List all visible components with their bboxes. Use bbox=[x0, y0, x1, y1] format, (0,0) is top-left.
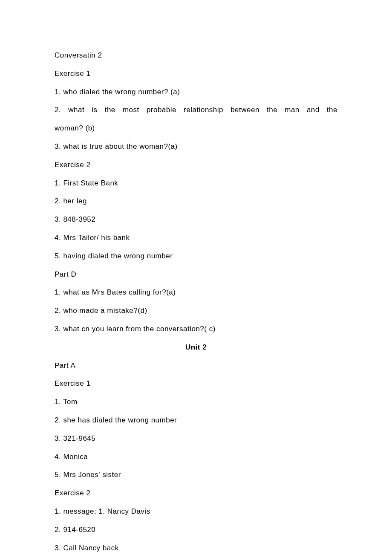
text-line: 3. 321-9645 bbox=[55, 434, 337, 444]
text-line: 1. message: 1. Nancy Davis bbox=[55, 506, 337, 517]
text-line: Part A bbox=[55, 361, 337, 371]
text-line: 3. 848-3952 bbox=[55, 214, 337, 225]
text-line: 4. Mrs Tailor/ his bank bbox=[55, 233, 337, 243]
text-line: 5. Mrs Jones' sister bbox=[55, 470, 337, 480]
text-line: 1. what as Mrs Bates calling for?(a) bbox=[55, 287, 337, 298]
text-line: 5. having dialed the wrong number bbox=[55, 251, 337, 261]
document-content: Conversatin 2Exercise 11. who dialed the… bbox=[55, 50, 337, 555]
text-line: Conversatin 2 bbox=[55, 50, 337, 61]
text-line: 1. who dialed the wrong number? (a) bbox=[55, 87, 337, 97]
text-line: 2. what is the most probable relationshi… bbox=[55, 105, 337, 115]
text-line: 2. her leg bbox=[55, 196, 337, 206]
text-line: 2. she has dialed the wrong number bbox=[55, 415, 337, 425]
text-line: woman? (b) bbox=[55, 123, 337, 133]
text-line: 2. who made a mistake?(d) bbox=[55, 306, 337, 316]
text-line: 3. what cn you learn from the conversati… bbox=[55, 324, 337, 334]
text-line: Exercise 1 bbox=[55, 379, 337, 389]
text-line: Unit 2 bbox=[55, 342, 337, 353]
text-line: 2. 914-6520 bbox=[55, 525, 337, 535]
text-line: Exercise 1 bbox=[55, 69, 337, 79]
text-line: 1. Tom bbox=[55, 397, 337, 407]
text-line: Exercise 2 bbox=[55, 488, 337, 498]
text-line: Part D bbox=[55, 269, 337, 280]
text-line: 4. Monica bbox=[55, 452, 337, 462]
text-line: 3. Call Nancy back bbox=[55, 543, 337, 553]
text-line: 1. First State Bank bbox=[55, 178, 337, 188]
text-line: Exercise 2 bbox=[55, 160, 337, 170]
text-line: 3. what is true about the woman?(a) bbox=[55, 142, 337, 152]
